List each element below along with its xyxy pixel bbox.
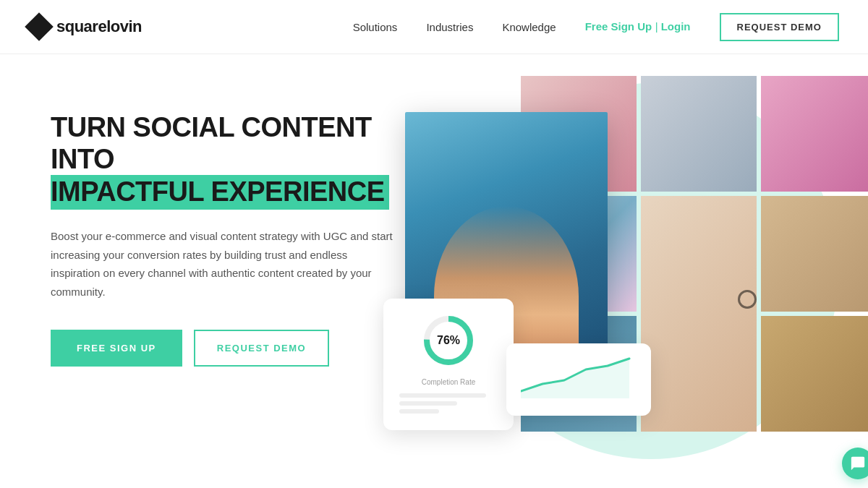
- nav-link-industries[interactable]: Industries: [426, 21, 473, 33]
- hero-title: TURN SOCIAL CONTENT INTO IMPACTFUL EXPER…: [51, 112, 405, 210]
- nav-auth: Free Sign Up | Login: [585, 20, 691, 33]
- hero-section: TURN SOCIAL CONTENT INTO IMPACTFUL EXPER…: [0, 54, 868, 488]
- donut-container: 76% Completion Rate: [399, 312, 498, 386]
- graph-card: [506, 343, 651, 416]
- nav-link-solutions[interactable]: Solutions: [353, 21, 398, 33]
- nav-link-free-signup[interactable]: Free Sign Up: [585, 20, 652, 33]
- trend-chart: [521, 355, 637, 398]
- nav-links: Solutions Industries Knowledge Free Sign…: [353, 13, 839, 41]
- bar-3: [399, 409, 439, 414]
- completion-label: Completion Rate: [422, 378, 475, 386]
- circle-overlay: [738, 290, 757, 309]
- donut-percent: 76%: [437, 334, 460, 347]
- hero-left: TURN SOCIAL CONTENT INTO IMPACTFUL EXPER…: [0, 54, 405, 367]
- hero-subtitle: Boost your e-commerce and visual content…: [51, 227, 398, 301]
- hero-right: 76% Completion Rate: [362, 54, 868, 488]
- nav-link-login[interactable]: Login: [661, 20, 691, 33]
- photo-3: [761, 76, 868, 192]
- analytics-card: 76% Completion Rate: [383, 299, 514, 430]
- navbar: squarelovin Solutions Industries Knowled…: [0, 0, 868, 54]
- hero-title-line1: TURN SOCIAL CONTENT INTO: [51, 112, 372, 174]
- photo-9: [761, 316, 868, 432]
- logo-diamond: [25, 12, 54, 41]
- photo-2: [641, 76, 757, 192]
- photo-5: [641, 196, 757, 432]
- request-demo-nav-button[interactable]: REQUEST DEMO: [720, 13, 839, 41]
- bar-2: [399, 401, 457, 406]
- hero-buttons: FREE SIGN UP REQUEST DEMO: [51, 330, 405, 367]
- chat-icon: [850, 455, 866, 471]
- nav-divider: |: [655, 20, 661, 33]
- photo-7: [761, 196, 868, 312]
- card-bars: [399, 393, 498, 414]
- bar-1: [399, 393, 486, 398]
- free-signup-button[interactable]: FREE SIGN UP: [51, 330, 182, 367]
- donut-chart: 76%: [420, 312, 477, 369]
- hero-title-line2: IMPACTFUL EXPERIENCE: [51, 175, 389, 210]
- request-demo-button[interactable]: REQUEST DEMO: [194, 330, 329, 367]
- chat-bubble[interactable]: [842, 448, 868, 479]
- logo[interactable]: squarelovin: [29, 17, 142, 37]
- nav-link-knowledge[interactable]: Knowledge: [502, 21, 556, 33]
- logo-text: squarelovin: [56, 17, 142, 36]
